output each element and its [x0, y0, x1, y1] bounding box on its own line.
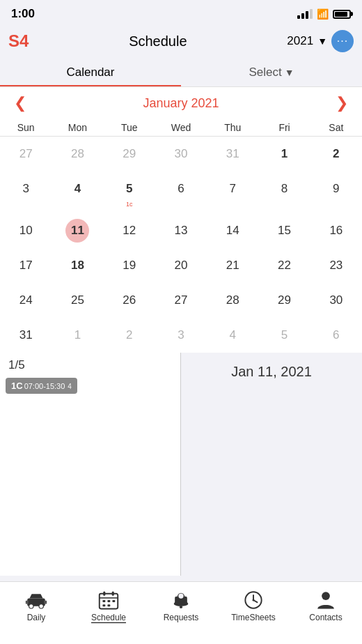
next-month-button[interactable]: ❯	[333, 94, 351, 112]
nav-item-contacts[interactable]: Contacts	[290, 588, 362, 622]
svg-rect-11	[107, 600, 110, 602]
day-number: 1	[273, 142, 297, 166]
day-header-tue: Tue	[104, 119, 155, 136]
wifi-icon: 📶	[317, 8, 329, 20]
cal-cell-w5d0[interactable]: 31	[0, 318, 52, 353]
cal-cell-w0d5[interactable]: 1	[258, 137, 310, 171]
more-options-button[interactable]: ···	[331, 30, 354, 52]
cal-cell-w5d4[interactable]: 4	[207, 318, 258, 353]
month-title: January 2021	[143, 96, 219, 111]
day-number: 16	[324, 219, 348, 243]
day-number: 8	[273, 177, 297, 201]
day-header-wed: Wed	[155, 119, 207, 136]
day-number: 11	[65, 219, 89, 243]
cal-cell-w3d6[interactable]: 23	[310, 248, 362, 283]
cal-cell-w5d6[interactable]: 6	[310, 318, 362, 353]
nav-label-requests: Requests	[164, 613, 199, 622]
year-dropdown-arrow[interactable]: ▼	[317, 36, 327, 47]
cal-cell-w2d1[interactable]: 11	[52, 213, 103, 248]
cal-cell-w0d2[interactable]: 29	[104, 137, 155, 171]
schedule-event[interactable]: 1C 07:00-15:30 4	[6, 378, 77, 394]
tab-select[interactable]: Select ▼	[181, 59, 362, 86]
nav-label-contacts: Contacts	[309, 613, 342, 622]
app-logo: S4	[8, 31, 29, 51]
logo-s: S	[8, 31, 19, 50]
day-header-mon: Mon	[52, 119, 103, 136]
cal-cell-w2d2[interactable]: 12	[104, 213, 155, 248]
cal-cell-w1d0[interactable]: 3	[0, 171, 52, 213]
day-number: 31	[14, 323, 38, 347]
cal-cell-w4d2[interactable]: 26	[104, 283, 155, 318]
day-number: 6	[169, 177, 193, 201]
calendar: ❮ January 2021 ❯ Sun Mon Tue Wed Thu Fri…	[0, 87, 362, 353]
cal-cell-w0d1[interactable]: 28	[52, 137, 103, 171]
svg-rect-7	[103, 592, 105, 596]
cal-cell-w4d0[interactable]: 24	[0, 283, 52, 318]
tab-calendar-label: Calendar	[67, 66, 115, 79]
cal-cell-w4d1[interactable]: 25	[52, 283, 103, 318]
cal-cell-w2d0[interactable]: 10	[0, 213, 52, 248]
calendar-grid: 2728293031123451c67891011121314151617181…	[0, 137, 362, 353]
day-number: 30	[324, 289, 348, 312]
tab-calendar[interactable]: Calendar	[0, 59, 181, 86]
day-header-sun: Sun	[0, 119, 52, 136]
tab-bar: Calendar Select ▼	[0, 59, 362, 87]
cal-cell-w4d4[interactable]: 28	[207, 283, 258, 318]
cal-cell-w2d4[interactable]: 14	[207, 213, 258, 248]
svg-point-18	[178, 593, 183, 598]
svg-rect-10	[102, 600, 105, 602]
day-number: 4	[221, 323, 244, 347]
cal-cell-w1d2[interactable]: 51c	[104, 171, 155, 213]
cal-cell-w5d2[interactable]: 2	[104, 318, 155, 353]
day-header-sat: Sat	[310, 119, 362, 136]
status-time: 1:00	[11, 7, 35, 21]
cal-cell-w2d5[interactable]: 15	[258, 213, 310, 248]
cal-cell-w4d6[interactable]: 30	[310, 283, 362, 318]
nav-item-schedule[interactable]: Schedule	[72, 588, 145, 623]
svg-rect-4	[26, 601, 29, 604]
event-count: 4	[68, 383, 72, 390]
cal-cell-w1d3[interactable]: 6	[155, 171, 207, 213]
day-number: 28	[65, 142, 89, 166]
cal-cell-w1d1[interactable]: 4	[52, 171, 103, 213]
day-number: 27	[169, 289, 193, 312]
status-icons: 📶	[297, 8, 351, 20]
cal-cell-w0d3[interactable]: 30	[155, 137, 207, 171]
cal-cell-w3d0[interactable]: 17	[0, 248, 52, 283]
schedule-date-label: 1/5	[6, 358, 180, 372]
cal-cell-w4d3[interactable]: 27	[155, 283, 207, 318]
day-number: 30	[169, 142, 193, 166]
cal-cell-w0d4[interactable]: 31	[207, 137, 258, 171]
cal-cell-w3d1[interactable]: 18	[52, 248, 103, 283]
nav-item-daily[interactable]: Daily	[0, 588, 72, 622]
cal-cell-w0d0[interactable]: 27	[0, 137, 52, 171]
svg-point-3	[39, 604, 43, 608]
battery-icon	[333, 10, 351, 19]
cal-cell-w3d5[interactable]: 22	[258, 248, 310, 283]
cal-cell-w1d5[interactable]: 8	[258, 171, 310, 213]
header: S4 Schedule 2021 ▼ ···	[0, 25, 362, 59]
svg-rect-12	[112, 600, 115, 602]
cal-cell-w5d3[interactable]: 3	[155, 318, 207, 353]
cal-cell-w3d2[interactable]: 19	[104, 248, 155, 283]
prev-month-button[interactable]: ❮	[11, 94, 29, 112]
cal-cell-w5d5[interactable]: 5	[258, 318, 310, 353]
cal-cell-w3d3[interactable]: 20	[155, 248, 207, 283]
cal-cell-w1d4[interactable]: 7	[207, 171, 258, 213]
cal-cell-w2d3[interactable]: 13	[155, 213, 207, 248]
svg-rect-19	[180, 606, 182, 608]
cal-cell-w0d6[interactable]: 2	[310, 137, 362, 171]
day-number: 25	[65, 289, 89, 312]
day-number: 18	[65, 254, 89, 277]
cal-cell-w3d4[interactable]: 21	[207, 248, 258, 283]
year-label[interactable]: 2021	[287, 34, 313, 48]
svg-rect-8	[112, 592, 114, 596]
nav-item-requests[interactable]: Requests	[145, 588, 217, 622]
cal-cell-w2d6[interactable]: 16	[310, 213, 362, 248]
event-time: 07:00-15:30	[24, 382, 65, 390]
nav-item-timesheets[interactable]: TimeSheets	[217, 588, 290, 622]
svg-point-24	[322, 592, 330, 600]
cal-cell-w1d6[interactable]: 9	[310, 171, 362, 213]
cal-cell-w5d1[interactable]: 1	[52, 318, 103, 353]
cal-cell-w4d5[interactable]: 29	[258, 283, 310, 318]
